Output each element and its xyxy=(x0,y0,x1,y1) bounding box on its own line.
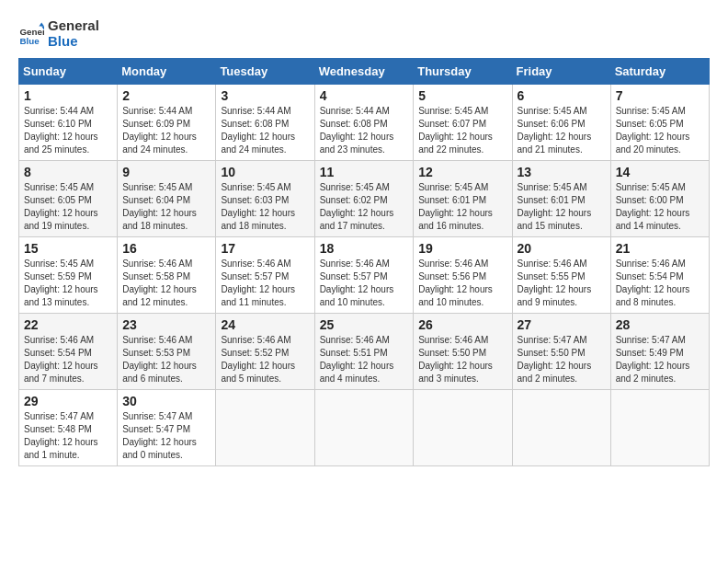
day-info: Sunrise: 5:44 AM Sunset: 6:08 PM Dayligh… xyxy=(221,105,309,156)
day-info: Sunrise: 5:45 AM Sunset: 6:05 PM Dayligh… xyxy=(616,105,704,156)
calendar-cell: 7Sunrise: 5:45 AM Sunset: 6:05 PM Daylig… xyxy=(610,85,709,161)
day-info: Sunrise: 5:46 AM Sunset: 5:54 PM Dayligh… xyxy=(24,334,112,385)
day-info: Sunrise: 5:45 AM Sunset: 6:01 PM Dayligh… xyxy=(418,181,506,233)
calendar-row: 29Sunrise: 5:47 AM Sunset: 5:48 PM Dayli… xyxy=(19,390,710,466)
calendar-cell: 26Sunrise: 5:46 AM Sunset: 5:50 PM Dayli… xyxy=(414,314,512,390)
calendar-cell: 6Sunrise: 5:45 AM Sunset: 6:06 PM Daylig… xyxy=(512,85,610,161)
day-number: 22 xyxy=(24,317,112,332)
day-number: 25 xyxy=(320,317,409,332)
calendar-cell xyxy=(314,390,414,466)
day-info: Sunrise: 5:45 AM Sunset: 5:59 PM Dayligh… xyxy=(24,258,112,309)
day-number: 7 xyxy=(616,88,704,103)
day-info: Sunrise: 5:46 AM Sunset: 5:56 PM Dayligh… xyxy=(418,258,506,309)
logo-text-line2: Blue xyxy=(48,34,99,50)
calendar-cell: 30Sunrise: 5:47 AM Sunset: 5:47 PM Dayli… xyxy=(118,390,216,466)
day-number: 24 xyxy=(221,317,309,332)
day-number: 28 xyxy=(616,317,704,332)
day-number: 6 xyxy=(518,88,606,103)
calendar-cell: 21Sunrise: 5:46 AM Sunset: 5:54 PM Dayli… xyxy=(610,237,709,314)
day-number: 30 xyxy=(122,394,210,408)
calendar-cell: 29Sunrise: 5:47 AM Sunset: 5:48 PM Dayli… xyxy=(19,390,118,466)
day-number: 8 xyxy=(24,165,112,179)
day-info: Sunrise: 5:45 AM Sunset: 6:07 PM Dayligh… xyxy=(418,105,506,156)
col-saturday: Saturday xyxy=(610,59,709,85)
day-number: 21 xyxy=(616,241,704,256)
calendar-cell: 12Sunrise: 5:45 AM Sunset: 6:01 PM Dayli… xyxy=(414,161,512,237)
day-info: Sunrise: 5:45 AM Sunset: 6:02 PM Dayligh… xyxy=(320,181,409,233)
day-number: 17 xyxy=(221,241,309,256)
col-sunday: Sunday xyxy=(19,59,118,85)
svg-marker-2 xyxy=(39,22,44,26)
col-friday: Friday xyxy=(512,59,610,85)
calendar-cell: 13Sunrise: 5:45 AM Sunset: 6:01 PM Dayli… xyxy=(512,161,610,237)
calendar-header-row: Sunday Monday Tuesday Wednesday Thursday… xyxy=(19,59,710,85)
day-number: 5 xyxy=(418,88,506,103)
calendar-row: 22Sunrise: 5:46 AM Sunset: 5:54 PM Dayli… xyxy=(19,314,710,390)
calendar-table: Sunday Monday Tuesday Wednesday Thursday… xyxy=(18,58,710,466)
col-tuesday: Tuesday xyxy=(216,59,314,85)
day-number: 16 xyxy=(122,241,210,256)
day-number: 4 xyxy=(320,88,409,103)
day-info: Sunrise: 5:45 AM Sunset: 6:05 PM Dayligh… xyxy=(24,181,112,233)
calendar-cell xyxy=(216,390,314,466)
calendar-cell: 1Sunrise: 5:44 AM Sunset: 6:10 PM Daylig… xyxy=(19,85,118,161)
day-number: 29 xyxy=(24,394,112,408)
day-number: 14 xyxy=(616,165,704,179)
calendar-cell: 28Sunrise: 5:47 AM Sunset: 5:49 PM Dayli… xyxy=(610,314,709,390)
calendar-cell: 15Sunrise: 5:45 AM Sunset: 5:59 PM Dayli… xyxy=(19,237,118,314)
calendar-cell: 14Sunrise: 5:45 AM Sunset: 6:00 PM Dayli… xyxy=(610,161,709,237)
calendar-cell: 3Sunrise: 5:44 AM Sunset: 6:08 PM Daylig… xyxy=(216,85,314,161)
calendar-cell xyxy=(512,390,610,466)
calendar-cell: 19Sunrise: 5:46 AM Sunset: 5:56 PM Dayli… xyxy=(414,237,512,314)
day-info: Sunrise: 5:45 AM Sunset: 6:04 PM Dayligh… xyxy=(122,181,210,233)
day-number: 11 xyxy=(320,165,409,179)
day-info: Sunrise: 5:46 AM Sunset: 5:52 PM Dayligh… xyxy=(221,334,309,385)
day-info: Sunrise: 5:46 AM Sunset: 5:53 PM Dayligh… xyxy=(122,334,210,385)
calendar-cell: 22Sunrise: 5:46 AM Sunset: 5:54 PM Dayli… xyxy=(19,314,118,390)
calendar-cell: 8Sunrise: 5:45 AM Sunset: 6:05 PM Daylig… xyxy=(19,161,118,237)
day-number: 20 xyxy=(518,241,606,256)
calendar-cell: 16Sunrise: 5:46 AM Sunset: 5:58 PM Dayli… xyxy=(118,237,216,314)
day-info: Sunrise: 5:44 AM Sunset: 6:10 PM Dayligh… xyxy=(24,105,112,156)
calendar-cell xyxy=(610,390,709,466)
calendar-cell: 24Sunrise: 5:46 AM Sunset: 5:52 PM Dayli… xyxy=(216,314,314,390)
day-number: 27 xyxy=(518,317,606,332)
day-number: 23 xyxy=(122,317,210,332)
calendar-cell: 2Sunrise: 5:44 AM Sunset: 6:09 PM Daylig… xyxy=(118,85,216,161)
day-number: 19 xyxy=(418,241,506,256)
day-info: Sunrise: 5:46 AM Sunset: 5:57 PM Dayligh… xyxy=(320,258,409,309)
day-info: Sunrise: 5:47 AM Sunset: 5:47 PM Dayligh… xyxy=(122,410,210,462)
calendar-cell xyxy=(414,390,512,466)
day-number: 26 xyxy=(418,317,506,332)
day-info: Sunrise: 5:46 AM Sunset: 5:55 PM Dayligh… xyxy=(518,258,606,309)
col-thursday: Thursday xyxy=(414,59,512,85)
day-number: 15 xyxy=(24,241,112,256)
day-info: Sunrise: 5:45 AM Sunset: 6:00 PM Dayligh… xyxy=(616,181,704,233)
logo: General Blue General Blue xyxy=(18,18,99,49)
calendar-cell: 5Sunrise: 5:45 AM Sunset: 6:07 PM Daylig… xyxy=(414,85,512,161)
calendar-cell: 17Sunrise: 5:46 AM Sunset: 5:57 PM Dayli… xyxy=(216,237,314,314)
day-info: Sunrise: 5:47 AM Sunset: 5:49 PM Dayligh… xyxy=(616,334,704,385)
day-info: Sunrise: 5:45 AM Sunset: 6:03 PM Dayligh… xyxy=(221,181,309,233)
calendar-row: 8Sunrise: 5:45 AM Sunset: 6:05 PM Daylig… xyxy=(19,161,710,237)
logo-text-line1: General xyxy=(48,18,99,34)
calendar-cell: 10Sunrise: 5:45 AM Sunset: 6:03 PM Dayli… xyxy=(216,161,314,237)
day-info: Sunrise: 5:46 AM Sunset: 5:57 PM Dayligh… xyxy=(221,258,309,309)
calendar-row: 1Sunrise: 5:44 AM Sunset: 6:10 PM Daylig… xyxy=(19,85,710,161)
day-number: 9 xyxy=(122,165,210,179)
day-number: 18 xyxy=(320,241,409,256)
calendar-cell: 20Sunrise: 5:46 AM Sunset: 5:55 PM Dayli… xyxy=(512,237,610,314)
day-info: Sunrise: 5:47 AM Sunset: 5:48 PM Dayligh… xyxy=(24,410,112,462)
day-number: 13 xyxy=(518,165,606,179)
day-info: Sunrise: 5:46 AM Sunset: 5:58 PM Dayligh… xyxy=(122,258,210,309)
day-number: 2 xyxy=(122,88,210,103)
day-info: Sunrise: 5:46 AM Sunset: 5:51 PM Dayligh… xyxy=(320,334,409,385)
day-info: Sunrise: 5:47 AM Sunset: 5:50 PM Dayligh… xyxy=(518,334,606,385)
page-header: General Blue General Blue xyxy=(18,18,710,49)
day-info: Sunrise: 5:46 AM Sunset: 5:50 PM Dayligh… xyxy=(418,334,506,385)
day-info: Sunrise: 5:45 AM Sunset: 6:01 PM Dayligh… xyxy=(518,181,606,233)
calendar-row: 15Sunrise: 5:45 AM Sunset: 5:59 PM Dayli… xyxy=(19,237,710,314)
calendar-cell: 11Sunrise: 5:45 AM Sunset: 6:02 PM Dayli… xyxy=(314,161,414,237)
calendar-cell: 27Sunrise: 5:47 AM Sunset: 5:50 PM Dayli… xyxy=(512,314,610,390)
day-number: 3 xyxy=(221,88,309,103)
